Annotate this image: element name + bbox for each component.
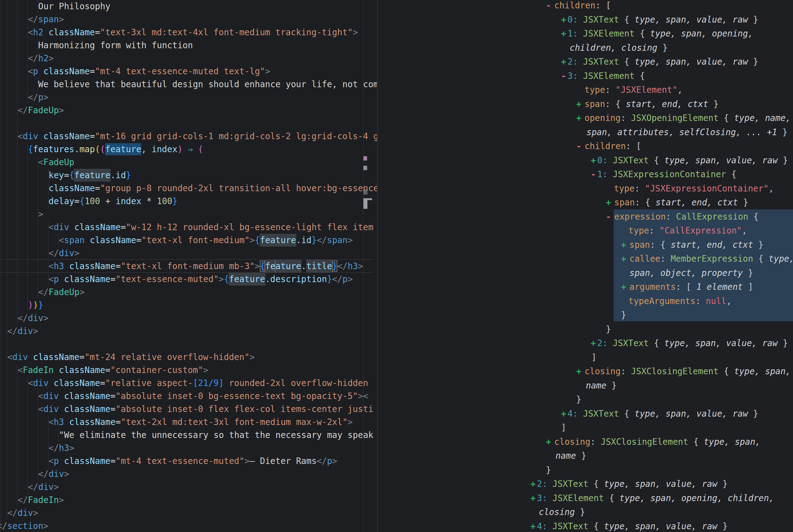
ast-row[interactable]: +0: JSXText { type, span, value, raw }	[377, 153, 793, 168]
expand-toggle-icon[interactable]: +	[561, 13, 567, 27]
expand-toggle-icon[interactable]: +	[576, 364, 584, 379]
ast-row[interactable]: +arguments: [ 1 element ]	[377, 280, 793, 294]
code-line[interactable]: Our Philosophy	[0, 0, 377, 13]
ast-row[interactable]: +2: JSXText { type, span, value, raw }	[377, 336, 793, 350]
ast-row[interactable]: +2: JSXText { type, span, value, raw }	[377, 55, 793, 69]
code-line[interactable]: We believe that beautiful design should …	[0, 78, 377, 91]
expand-toggle-icon[interactable]: +	[530, 519, 537, 532]
code-line[interactable]: </p>	[0, 91, 377, 104]
code-line[interactable]: ))}	[0, 299, 377, 312]
ast-row[interactable]: +closing: JSXClosingElement { type, span…	[377, 435, 793, 449]
expand-toggle-icon[interactable]: +	[530, 491, 537, 506]
ast-row[interactable]: +callee: MemberExpression { type,	[377, 252, 793, 266]
code-line[interactable]	[0, 117, 377, 130]
ast-row[interactable]: name }	[377, 449, 793, 463]
expand-toggle-icon[interactable]: +	[546, 435, 554, 449]
ast-row[interactable]: -children: [	[377, 139, 793, 153]
ast-row[interactable]: ]	[377, 421, 793, 435]
code-line[interactable]: <span className="text-xl font-medium">{f…	[0, 234, 377, 247]
code-line[interactable]: <div className="mt-24 relative overflow-…	[0, 351, 377, 364]
expand-toggle-icon[interactable]: +	[561, 407, 567, 421]
code-line[interactable]: >	[0, 208, 377, 221]
ast-row[interactable]: +1: JSXElement { type, span, opening,	[377, 26, 793, 41]
collapse-toggle-icon[interactable]: -	[606, 210, 614, 224]
ast-row[interactable]: -3: JSXElement {	[377, 69, 793, 83]
code-line[interactable]: </div>	[0, 312, 377, 325]
code-line[interactable]: </h2>	[0, 52, 377, 65]
ast-row[interactable]: ]	[377, 350, 793, 365]
collapse-toggle-icon[interactable]: -	[576, 139, 584, 153]
code-line[interactable]: </FadeUp>	[0, 104, 377, 117]
ast-row[interactable]: +2: JSXText { type, span, value, raw }	[377, 477, 793, 491]
code-line[interactable]: </div>	[0, 507, 377, 520]
expand-toggle-icon[interactable]: +	[561, 55, 567, 69]
ast-row[interactable]: +4: JSXText { type, span, value, raw }	[377, 519, 793, 532]
code-line[interactable]: </FadeUp>	[0, 286, 377, 299]
code-line[interactable]: <div className="absolute inset-0 flex fl…	[0, 403, 377, 416]
ast-row[interactable]: +3: JSXElement { type, span, opening, ch…	[377, 491, 793, 506]
ast-row[interactable]: +span: { start, end, ctxt }	[377, 238, 793, 252]
code-line[interactable]: </section>	[0, 520, 377, 532]
code-line[interactable]: "We eliminate the unnecessary so that th…	[0, 429, 377, 442]
expand-toggle-icon[interactable]: +	[621, 280, 630, 294]
expand-toggle-icon[interactable]: +	[576, 97, 584, 111]
ast-row[interactable]: type: "JSXExpressionContainer",	[377, 182, 793, 196]
expand-toggle-icon[interactable]: +	[621, 238, 630, 252]
code-line[interactable]: </FadeIn>	[0, 494, 377, 507]
ast-row[interactable]: }	[377, 393, 793, 407]
expand-toggle-icon[interactable]: +	[591, 153, 597, 168]
code-line[interactable]: <div className="absolute inset-0 bg-esse…	[0, 390, 377, 403]
ast-row[interactable]: }	[377, 308, 793, 322]
expand-toggle-icon[interactable]: +	[591, 336, 597, 350]
ast-row[interactable]: +span: { start, end, ctxt }	[377, 195, 793, 210]
code-line[interactable]: <p className="mt-4 text-essence-muted">—…	[0, 455, 377, 468]
ast-row[interactable]: name }	[377, 379, 793, 393]
code-line[interactable]: </div>	[0, 247, 377, 260]
ast-row[interactable]: typeArguments: null,	[377, 294, 793, 308]
collapse-toggle-icon[interactable]: -	[561, 69, 567, 83]
code-line[interactable]: <p className="text-essence-muted">{featu…	[0, 273, 377, 286]
expand-toggle-icon[interactable]: +	[530, 477, 537, 491]
code-line[interactable]: <h3 className="text-xl font-medium mb-3"…	[0, 260, 377, 273]
code-line[interactable]	[0, 338, 377, 351]
ast-row[interactable]: -1: JSXExpressionContainer {	[377, 167, 793, 182]
code-line[interactable]: </div>	[0, 481, 377, 494]
code-line[interactable]: Harmonizing form with function	[0, 39, 377, 52]
ast-row[interactable]: +0: JSXText { type, span, value, raw }	[377, 13, 793, 27]
code-line[interactable]: <FadeIn className="container-custom">	[0, 364, 377, 377]
ast-row[interactable]: +4: JSXText { type, span, value, raw }	[377, 407, 793, 421]
collapse-toggle-icon[interactable]: -	[591, 167, 597, 182]
expand-toggle-icon[interactable]: +	[576, 111, 584, 125]
ast-row[interactable]: -children: [	[377, 0, 793, 13]
ast-row[interactable]: closing }	[377, 505, 793, 519]
ast-row[interactable]: }	[377, 463, 793, 477]
pane-divider[interactable]	[377, 0, 378, 532]
ast-row[interactable]: span, attributes, selfClosing, ... +1 }	[377, 125, 793, 139]
code-line[interactable]: </div>	[0, 468, 377, 481]
collapse-toggle-icon[interactable]: -	[546, 0, 554, 13]
ast-row[interactable]: -expression: CallExpression {	[377, 210, 793, 224]
ast-row[interactable]: +span: { start, end, ctxt }	[377, 97, 793, 111]
code-line[interactable]: className="group p-8 rounded-2xl transit…	[0, 182, 377, 195]
code-editor-pane[interactable]: Our Philosophy</span><h2 className="text…	[0, 0, 377, 532]
ast-row[interactable]: span, object, property }	[377, 266, 793, 280]
code-line[interactable]: {features.map((feature, index) ⇒ (	[0, 143, 377, 156]
code-line[interactable]: key={feature.id}	[0, 169, 377, 182]
expand-toggle-icon[interactable]: +	[621, 252, 630, 266]
ast-row[interactable]: }	[377, 322, 793, 337]
ast-row[interactable]: type: "JSXElement",	[377, 83, 793, 97]
code-line[interactable]: </div>	[0, 325, 377, 338]
code-line[interactable]: </span>	[0, 13, 377, 26]
code-line[interactable]: delay={100 + index * 100}	[0, 195, 377, 208]
code-line[interactable]: <FadeUp	[0, 156, 377, 169]
code-line[interactable]: <div className="mt-16 grid grid-cols-1 m…	[0, 130, 377, 143]
ast-row[interactable]: type: "CallExpression",	[377, 224, 793, 238]
code-line[interactable]: <h2 className="text-3xl md:text-4xl font…	[0, 26, 377, 39]
code-line[interactable]: <div className="relative aspect-[21/9] r…	[0, 377, 377, 390]
ast-row[interactable]: children, closing }	[377, 41, 793, 55]
code-line[interactable]: <h3 className="text-2xl md:text-3xl font…	[0, 416, 377, 429]
ast-row[interactable]: +opening: JSXOpeningElement { type, name…	[377, 111, 793, 125]
expand-toggle-icon[interactable]: +	[561, 26, 567, 41]
ast-row[interactable]: +closing: JSXClosingElement { type, span…	[377, 364, 793, 379]
code-line[interactable]: <p className="mt-4 text-essence-muted te…	[0, 65, 377, 78]
